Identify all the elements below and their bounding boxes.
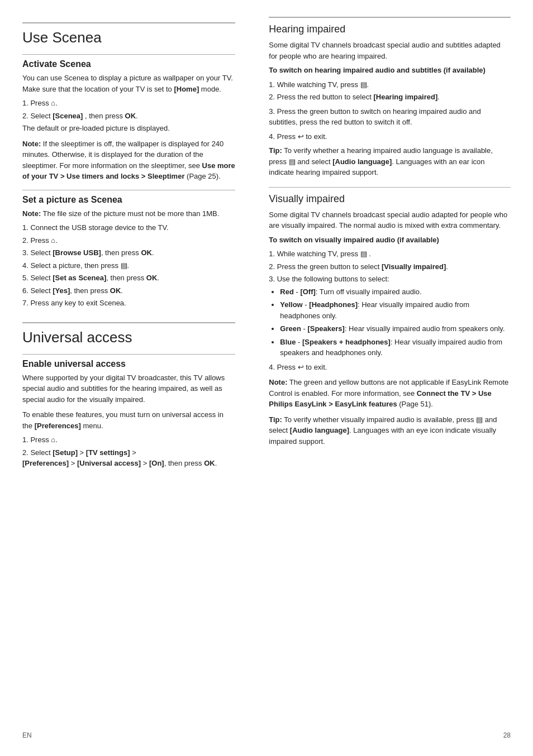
- col-right: Hearing impaired Some digital TV channel…: [252, 17, 511, 716]
- home-icon-step2: [51, 236, 55, 245]
- hearing-tip: Tip: To verify whether a hearing impaire…: [269, 145, 511, 178]
- page: Use Scenea Activate Scenea You can use S…: [0, 0, 533, 756]
- activate-note: Note: If the sleeptimer is off, the wall…: [22, 138, 235, 182]
- bullet-green: Green - [Speakers]: Hear visually impair…: [280, 323, 511, 334]
- visually-step1: 1. While watching TV, press .: [269, 248, 511, 260]
- menu-icon-visually-tip: [476, 415, 483, 424]
- col-left: Use Scenea Activate Scenea You can use S…: [22, 17, 252, 716]
- footer-page: 28: [503, 731, 511, 739]
- hearing-step3: 3. Press the green button to switch on h…: [269, 106, 511, 128]
- activate-step1: 1. Press .: [22, 98, 235, 109]
- menu-icon-hearing-tip: [289, 157, 296, 166]
- bullet-yellow: Yellow - [Headphones]: Hear visually imp…: [280, 299, 511, 321]
- enable-universal-subtitle: Enable universal access: [22, 354, 235, 369]
- set-note: Note: The file size of the picture must …: [22, 208, 235, 219]
- enable-p2: To enable these features, you must turn …: [22, 409, 235, 431]
- activate-step2-note: The default or pre-loaded picture is dis…: [22, 123, 235, 134]
- menu-icon-hearing1: [360, 80, 367, 89]
- visually-sep: Visually impaired: [269, 187, 511, 205]
- visually-p1: Some digital TV channels broadcast speci…: [269, 209, 511, 231]
- home-icon-step1: [51, 99, 55, 107]
- set-step1: 1. Connect the USB storage device to the…: [22, 222, 235, 233]
- visually-step3: 3. Use the following buttons to select:: [269, 274, 511, 285]
- footer-lang: EN: [22, 731, 32, 739]
- hearing-step2: 2. Press the red button to select [Heari…: [269, 92, 511, 103]
- activate-scenea-subtitle: Activate Scenea: [22, 54, 235, 69]
- enable-p1: Where supported by your digital TV broad…: [22, 372, 235, 405]
- bullet-blue: Blue - [Speakers + headphones]: Hear vis…: [280, 337, 511, 358]
- set-step5: 5. Select [Set as Scenea], then press OK…: [22, 272, 235, 284]
- visually-bold-instruction: To switch on visually impaired audio (if…: [269, 235, 511, 246]
- visually-step2: 2. Press the green button to select [Vis…: [269, 261, 511, 272]
- visually-note: Note: The green and yellow buttons are n…: [269, 377, 511, 410]
- bullet-red: Red - [Off]: Turn off visually impaired …: [280, 286, 511, 298]
- set-step4: 4. Select a picture, then press .: [22, 260, 235, 271]
- set-step7: 7. Press any key to exit Scenea.: [22, 298, 235, 309]
- two-col-layout: Use Scenea Activate Scenea You can use S…: [22, 17, 511, 716]
- use-scenea-title: Use Scenea: [22, 22, 235, 46]
- universal-access-title: Universal access: [22, 322, 235, 346]
- hearing-bold-instruction: To switch on hearing impaired audio and …: [269, 65, 511, 76]
- footer: EN 28: [22, 727, 511, 739]
- set-step3: 3. Select [Browse USB], then press OK.: [22, 247, 235, 259]
- set-step6: 6. Select [Yes], then press OK.: [22, 285, 235, 296]
- set-picture-subtitle: Set a picture as Scenea: [22, 190, 235, 205]
- menu-icon-visually1: [360, 250, 367, 258]
- activate-p1-end: mode.: [199, 85, 221, 93]
- hearing-p1: Some digital TV channels broadcast speci…: [269, 40, 511, 61]
- activate-p1: You can use Scenea to display a picture …: [22, 73, 235, 94]
- hearing-impaired-title: Hearing impaired: [269, 23, 511, 35]
- enable-step2: 2. Select [Setup] > [TV settings] > [Pre…: [22, 447, 235, 469]
- home-icon-enable: [51, 436, 55, 444]
- hearing-step4: 4. Press to exit.: [269, 131, 511, 142]
- menu-icon-step4: [121, 261, 127, 270]
- set-step2: 2. Press .: [22, 235, 235, 246]
- back-icon-visually4: [298, 363, 304, 371]
- activate-p1-bracket: [Home]: [174, 85, 199, 93]
- visually-step4: 4. Press to exit.: [269, 362, 511, 373]
- visually-tip: Tip: To verify whether visually impaired…: [269, 414, 511, 447]
- activate-step2: 2. Select [Scenea] , then press OK.: [22, 111, 235, 122]
- hearing-step1: 1. While watching TV, press .: [269, 79, 511, 90]
- back-icon-hearing4: [298, 132, 304, 141]
- visually-bullet-list: Red - [Off]: Turn off visually impaired …: [280, 286, 511, 358]
- enable-step1: 1. Press .: [22, 434, 235, 446]
- visually-impaired-title: Visually impaired: [269, 193, 511, 205]
